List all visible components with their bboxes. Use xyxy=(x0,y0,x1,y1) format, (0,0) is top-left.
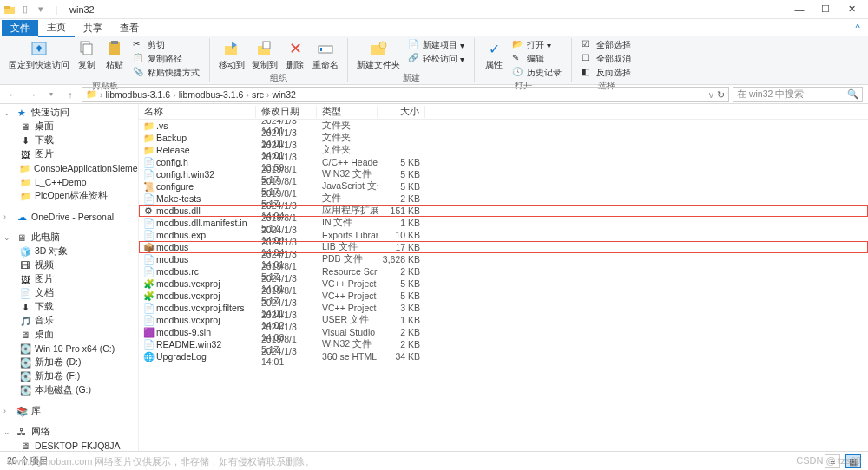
file-row[interactable]: 📄modbus.vcxproj.filters2024/1/3 14:01VC+… xyxy=(139,302,868,314)
file-row[interactable]: 🌐UpgradeLog2024/1/3 14:01360 se HTML Do.… xyxy=(139,350,868,362)
sidebar-item[interactable]: 💽本地磁盘 (G:) xyxy=(0,383,138,397)
sidebar-item-icon: 🖼 xyxy=(19,148,31,160)
up-button[interactable]: ↑ xyxy=(62,87,78,102)
edit-button[interactable]: ✎编辑 xyxy=(510,52,563,66)
file-row[interactable]: 📄Make-tests2019/8/1 5:17文件2 KB xyxy=(139,193,868,205)
col-date[interactable]: 修改日期 xyxy=(256,106,317,118)
forward-button[interactable]: → xyxy=(24,87,40,102)
svg-rect-4 xyxy=(83,44,92,55)
copy-button[interactable]: 复制 xyxy=(73,38,101,72)
minimize-button[interactable]: ― xyxy=(786,1,812,18)
qat-dropdown[interactable]: ▾ xyxy=(35,3,47,16)
file-row[interactable]: 📄modbus.dll.manifest.in2019/8/1 5:17IN 文… xyxy=(139,217,868,229)
sidebar-item[interactable]: ⬇下载 xyxy=(0,300,138,314)
sidebar-thispc[interactable]: ⌄🖥此电脑 xyxy=(0,231,138,245)
file-row[interactable]: 🧩modbus.vcxproj2024/1/3 14:01VC++ Projec… xyxy=(139,277,868,290)
breadcrumb-part[interactable]: src xyxy=(252,89,264,100)
breadcrumb-part[interactable]: win32 xyxy=(272,89,295,100)
sidebar-item[interactable]: 🖥桌面 xyxy=(0,120,138,134)
col-size[interactable]: 大小 xyxy=(378,106,425,118)
recent-dropdown[interactable]: ▾ xyxy=(43,87,59,102)
file-row[interactable]: 📄modbus.rc2019/8/1 5:17Resource Script2 … xyxy=(139,265,868,277)
moveto-button[interactable]: 移动到 xyxy=(215,38,248,72)
file-row[interactable]: 📄modbus2024/1/3 14:01PDB 文件3,628 KB xyxy=(139,253,868,265)
sidebar-item[interactable]: 📄文档 xyxy=(0,286,138,300)
search-input[interactable]: 在 win32 中搜索 🔍 xyxy=(733,87,863,102)
details-view-button[interactable]: ≡ xyxy=(825,454,840,468)
sidebar-item[interactable]: 📁ConsoleApplicationSiemensSnap7Demo xyxy=(0,161,138,175)
sidebar-item[interactable]: 🖼图片 xyxy=(0,147,138,161)
group-organize-label: 组织 xyxy=(215,72,342,82)
file-row[interactable]: 🟪modbus-9.sln2024/1/3 14:03Visual Studio… xyxy=(139,326,868,338)
sidebar-libraries[interactable]: ›📚库 xyxy=(0,404,138,418)
newitem-button[interactable]: 📄新建项目 ▾ xyxy=(406,38,466,52)
rename-button[interactable]: 重命名 xyxy=(309,38,342,72)
file-row[interactable]: 📦modbus2024/1/3 14:04LIB 文件17 KB xyxy=(139,241,868,253)
newfolder-button[interactable]: 新建文件夹 xyxy=(353,38,404,72)
sidebar-item[interactable]: 🎞视频 xyxy=(0,258,138,272)
file-row[interactable]: 📄config.h.win322019/8/1 5:17WIN32 文件5 KB xyxy=(139,168,868,180)
sidebar-item[interactable]: 🖼图片 xyxy=(0,272,138,286)
pin-button[interactable]: 固定到快速访问 xyxy=(5,38,73,72)
selectall-button[interactable]: ☑全部选择 xyxy=(580,38,633,52)
file-row[interactable]: 📄README.win322019/8/1 5:17WIN32 文件2 KB xyxy=(139,338,868,350)
sidebar-item[interactable]: 💽Win 10 Pro x64 (C:) xyxy=(0,342,138,356)
refresh-button[interactable]: ↻ xyxy=(717,89,725,100)
properties-button[interactable]: ✓属性 xyxy=(480,38,508,72)
file-row[interactable]: 📄config.h2024/1/3 13:59C/C++ Header5 KB xyxy=(139,156,868,168)
addr-dropdown-icon[interactable]: v xyxy=(709,89,713,100)
back-button[interactable]: ← xyxy=(5,87,21,102)
open-button[interactable]: 📂打开 ▾ xyxy=(510,38,563,52)
qat-item[interactable]: ▯ xyxy=(19,3,31,16)
sidebar-item[interactable]: 💽新加卷 (D:) xyxy=(0,356,138,369)
history-button[interactable]: 🕓历史记录 xyxy=(510,66,563,80)
close-button[interactable]: ✕ xyxy=(838,1,865,18)
sidebar-onedrive[interactable]: ›☁OneDrive - Personal xyxy=(0,210,138,224)
file-row[interactable]: 📄modbus.vcxproj2024/1/3 14:02USER 文件1 KB xyxy=(139,314,868,326)
copyto-button[interactable]: 复制到 xyxy=(248,38,281,72)
file-row[interactable]: 📁.vs2024/1/3 14:01文件夹 xyxy=(139,120,868,132)
breadcrumb-part[interactable]: libmodbus-3.1.6 xyxy=(106,89,171,100)
delete-button[interactable]: ✕删除 xyxy=(281,38,309,72)
file-row[interactable]: 📜configure2019/8/1 5:17JavaScript 文件5 KB xyxy=(139,180,868,193)
copypath-button[interactable]: 📋复制路径 xyxy=(131,52,201,66)
tab-view[interactable]: 查看 xyxy=(111,20,148,36)
sidebar-item[interactable]: 📁L_C++Demo xyxy=(0,175,138,189)
maximize-button[interactable]: ☐ xyxy=(812,1,838,18)
paste-button[interactable]: 粘贴 xyxy=(101,38,128,72)
file-row[interactable]: 📁Release2024/1/3 14:01文件夹 xyxy=(139,144,868,156)
tab-share[interactable]: 共享 xyxy=(75,20,111,36)
address-bar[interactable]: 📁 › libmodbus-3.1.6› libmodbus-3.1.6› sr… xyxy=(82,87,729,102)
sidebar-item[interactable]: 🧊3D 对象 xyxy=(0,245,138,258)
sidebar-item[interactable]: 🖥桌面 xyxy=(0,328,138,342)
file-row[interactable]: ⚙modbus.dll2024/1/3 14:04应用程序扩展151 KB xyxy=(139,205,868,217)
pasteshortcut-button[interactable]: 📎粘贴快捷方式 xyxy=(131,66,201,80)
sidebar-item[interactable]: 📁PlcOpen标准资料 xyxy=(0,189,138,203)
navigation-pane[interactable]: ⌄★快速访问 🖥桌面⬇下载🖼图片📁ConsoleApplicationSieme… xyxy=(0,104,139,455)
easyaccess-button[interactable]: 🔗轻松访问 ▾ xyxy=(406,52,466,66)
column-headers[interactable]: 名称 修改日期 类型 大小 xyxy=(139,104,868,120)
breadcrumb-part[interactable]: libmodbus-3.1.6 xyxy=(179,89,244,100)
tab-file[interactable]: 文件 xyxy=(2,20,38,36)
file-row[interactable]: 🧩modbus.vcxproj2019/8/1 5:17VC++ Project… xyxy=(139,290,868,302)
file-type: Visual Studio Sol... xyxy=(317,327,378,337)
sidebar-network[interactable]: ⌄🖧网络 xyxy=(0,425,138,439)
sidebar-item-label: 新加卷 (D:) xyxy=(35,356,81,369)
file-row[interactable]: 📁Backup2024/1/3 14:01文件夹 xyxy=(139,132,868,144)
sidebar-quickaccess[interactable]: ⌄★快速访问 xyxy=(0,106,138,120)
sidebar-item[interactable]: 💽新加卷 (F:) xyxy=(0,369,138,383)
sidebar-item[interactable]: 🎵音乐 xyxy=(0,314,138,328)
file-icon: 🧩 xyxy=(142,278,155,289)
file-list-pane[interactable]: 名称 修改日期 类型 大小 📁.vs2024/1/3 14:01文件夹📁Back… xyxy=(139,104,868,455)
svg-point-13 xyxy=(379,42,386,49)
sidebar-item[interactable]: ⬇下载 xyxy=(0,134,138,147)
icons-view-button[interactable]: ▦ xyxy=(845,454,861,468)
col-type[interactable]: 类型 xyxy=(317,106,378,118)
ribbon-help-icon[interactable]: ^ xyxy=(849,23,866,33)
col-name[interactable]: 名称 xyxy=(139,106,256,118)
file-row[interactable]: 📄modbus.exp2024/1/3 14:04Exports Library… xyxy=(139,229,868,241)
invert-button[interactable]: ◧反向选择 xyxy=(580,66,633,80)
cut-button[interactable]: ✂剪切 xyxy=(131,38,201,52)
tab-home[interactable]: 主页 xyxy=(38,19,75,37)
selectnone-button[interactable]: ☐全部取消 xyxy=(580,52,633,66)
